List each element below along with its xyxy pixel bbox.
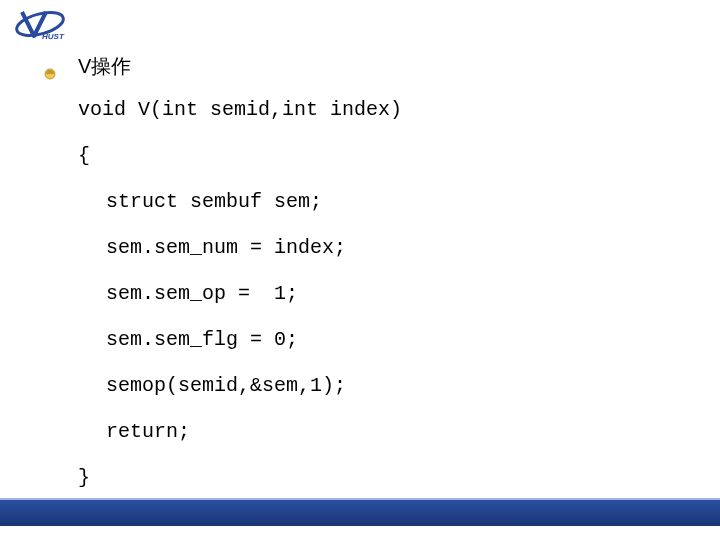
content-block: V操作 void V(int semid,int index) { struct… — [78, 56, 680, 514]
code-line-open-brace: { — [78, 146, 680, 166]
code-line-close-brace: } — [78, 468, 680, 488]
heading: V操作 — [78, 56, 680, 76]
code-line-semnum: sem.sem_num = index; — [78, 238, 680, 258]
svg-text:HUST: HUST — [42, 32, 65, 41]
footer-bar — [0, 500, 720, 526]
code-line-decl: struct sembuf sem; — [78, 192, 680, 212]
code-line-semflg: sem.sem_flg = 0; — [78, 330, 680, 350]
slide: HUST V操作 void V(int semid,int index) { s… — [0, 0, 720, 540]
code-line-call: semop(semid,&sem,1); — [78, 376, 680, 396]
bullet-icon — [44, 66, 56, 78]
code-line-return: return; — [78, 422, 680, 442]
code-line-signature: void V(int semid,int index) — [78, 100, 680, 120]
logo: HUST — [12, 6, 72, 44]
code-line-semop: sem.sem_op = 1; — [78, 284, 680, 304]
